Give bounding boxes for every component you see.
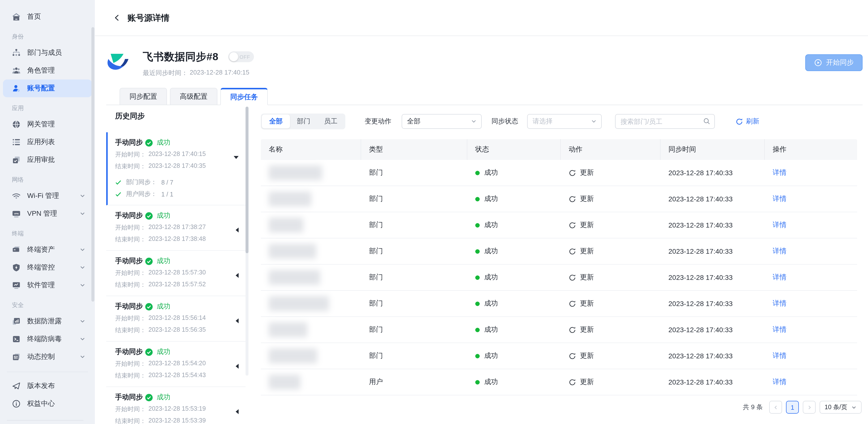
detail-link[interactable]: 详情 <box>773 325 786 334</box>
sidebar-item-roles[interactable]: 角色管理 <box>3 62 92 79</box>
sidebar-item-benefits[interactable]: 权益中心 <box>3 395 92 413</box>
prev-page-button[interactable] <box>769 401 782 414</box>
chevron-down-icon[interactable] <box>80 337 85 341</box>
tab-sync-tasks[interactable]: 同步任务 <box>220 88 268 105</box>
expand-triangle-icon[interactable] <box>236 409 239 414</box>
history-item[interactable]: 手动同步 成功 开始时间：2023-12-28 15:54:20 结束时间：20… <box>106 341 246 387</box>
refresh-button[interactable]: 刷新 <box>736 117 759 126</box>
sidebar-section-apps: 应用 <box>12 104 95 112</box>
sync-records-table: 名称 类型 状态 动作 同步时间 操作 部门 成功 更新 <box>261 139 857 395</box>
history-item[interactable]: 手动同步 成功 开始时间：2023-12-28 17:40:15 结束时间：20… <box>106 132 246 205</box>
info-circle-icon <box>12 399 21 408</box>
search-input[interactable] <box>615 114 715 129</box>
main-body: 飞书数据同步#8 OFF 最近同步时间： 2023-12-28 17:40:15… <box>95 36 868 424</box>
chevron-down-icon[interactable] <box>80 211 85 216</box>
history-item[interactable]: 手动同步 成功 开始时间：2023-12-28 15:53:19 结束时间：20… <box>106 387 246 424</box>
sidebar-item-label: 版本发布 <box>27 382 55 390</box>
success-dot <box>475 354 480 358</box>
chevron-down-icon[interactable] <box>80 247 85 252</box>
wifi-icon <box>12 192 21 200</box>
page-title: 账号源详情 <box>127 12 169 24</box>
history-item-status: 成功 <box>157 138 170 147</box>
sidebar-item-terminal-assets[interactable]: 终端资产 <box>3 241 92 259</box>
start-sync-label: 开始同步 <box>826 58 854 67</box>
sidebar-item-wifi[interactable]: Wi-Fi 管理 <box>3 187 92 205</box>
sync-status-select[interactable]: 请选择 <box>527 114 602 129</box>
detail-link[interactable]: 详情 <box>773 221 786 230</box>
history-scrollbar-track[interactable] <box>246 107 248 376</box>
history-item-type: 手动同步 <box>115 138 143 147</box>
check-badge-icon <box>145 303 153 310</box>
detail-link[interactable]: 详情 <box>773 352 786 360</box>
detail-link[interactable]: 详情 <box>773 168 786 177</box>
detail-link[interactable]: 详情 <box>773 273 786 282</box>
svg-text:VPN: VPN <box>14 213 19 215</box>
start-sync-button[interactable]: 开始同步 <box>805 54 863 71</box>
segment-all[interactable]: 全部 <box>262 115 290 128</box>
sidebar-scrollbar[interactable] <box>91 27 94 302</box>
feishu-logo <box>106 51 130 74</box>
sidebar-item-departments[interactable]: 部门与成员 <box>3 44 92 62</box>
sidebar-item-terminal-control[interactable]: 终端管控 <box>3 259 92 276</box>
expand-triangle-icon[interactable] <box>236 228 239 232</box>
chevron-down-icon[interactable] <box>80 194 85 198</box>
sidebar-item-home[interactable]: 首页 <box>3 8 92 26</box>
table-row: 部门 成功 更新 2023-12-28 17:40:33 详情 <box>261 160 857 186</box>
search-icon[interactable] <box>703 118 710 125</box>
sidebar-item-dlp[interactable]: 数据防泄露 <box>3 313 92 330</box>
sidebar-item-dynamic-control[interactable]: 动态控制 <box>3 348 92 366</box>
success-dot <box>475 223 480 227</box>
back-button[interactable] <box>113 14 121 22</box>
check-icon <box>115 191 122 197</box>
history-item-status: 成功 <box>157 211 170 220</box>
chevron-down-icon[interactable] <box>80 319 85 324</box>
tab-sync-config[interactable]: 同步配置 <box>120 88 167 105</box>
segment-department[interactable]: 部门 <box>290 115 317 128</box>
next-page-button[interactable] <box>803 401 816 414</box>
update-icon <box>569 352 576 360</box>
col-type: 类型 <box>361 139 467 160</box>
chevron-down-icon[interactable] <box>80 354 85 359</box>
sidebar-item-software[interactable]: 软件管理 <box>3 276 92 294</box>
update-icon <box>569 169 576 176</box>
chevron-down-icon[interactable] <box>80 265 85 270</box>
page-size-select[interactable]: 10 条/页 <box>819 401 862 414</box>
cell-status: 成功 <box>484 168 498 177</box>
history-item[interactable]: 手动同步 成功 开始时间：2023-12-28 17:38:27 结束时间：20… <box>106 205 246 251</box>
detail-link[interactable]: 详情 <box>773 378 786 387</box>
sidebar-item-gateway[interactable]: 网关管理 <box>3 116 92 133</box>
history-item[interactable]: 手动同步 成功 开始时间：2023-12-28 15:57:30 结束时间：20… <box>106 251 246 296</box>
sync-toggle[interactable]: OFF <box>228 51 254 62</box>
tab-advanced-config[interactable]: 高级配置 <box>170 88 217 105</box>
filter-bar: 全部 部门 员工 变更动作 全部 同步状态 请选择 <box>261 113 863 129</box>
start-time-value: 2023-12-28 15:57:30 <box>149 269 206 278</box>
cell-time: 2023-12-28 17:40:33 <box>660 369 765 395</box>
success-dot <box>475 249 480 254</box>
sidebar-item-app-list[interactable]: 应用列表 <box>3 133 92 151</box>
history-scrollbar-thumb[interactable] <box>246 107 248 253</box>
sidebar-item-account-config[interactable]: 账号配置 <box>3 79 92 97</box>
roles-icon <box>12 66 21 75</box>
change-action-select[interactable]: 全部 <box>402 114 482 129</box>
history-item[interactable]: 手动同步 成功 开始时间：2023-12-28 15:56:14 结束时间：20… <box>106 296 246 341</box>
chevron-down-icon[interactable] <box>80 283 85 288</box>
sidebar-item-antivirus[interactable]: 终端防病毒 <box>3 330 92 348</box>
sidebar-section-terminal: 终端 <box>12 230 95 238</box>
expand-triangle-icon[interactable] <box>236 364 239 369</box>
expand-triangle-icon[interactable] <box>236 318 239 323</box>
page-number[interactable]: 1 <box>786 401 799 414</box>
sidebar-item-app-approval[interactable]: 应用审批 <box>3 151 92 169</box>
last-sync: 最近同步时间： 2023-12-28 17:40:15 <box>143 69 254 77</box>
sidebar-item-release[interactable]: 版本发布 <box>3 377 92 395</box>
sidebar-item-label: 动态控制 <box>27 352 55 361</box>
segment-employee[interactable]: 员工 <box>317 115 344 128</box>
detail-link[interactable]: 详情 <box>773 194 786 203</box>
update-icon <box>569 274 576 281</box>
detail-link[interactable]: 详情 <box>773 247 786 256</box>
collapse-triangle-icon[interactable] <box>234 156 239 159</box>
sidebar-item-vpn[interactable]: VPN VPN 管理 <box>3 205 92 223</box>
expand-triangle-icon[interactable] <box>236 273 239 278</box>
list-icon <box>12 138 21 146</box>
cell-time: 2023-12-28 17:40:33 <box>660 317 765 343</box>
detail-link[interactable]: 详情 <box>773 299 786 308</box>
